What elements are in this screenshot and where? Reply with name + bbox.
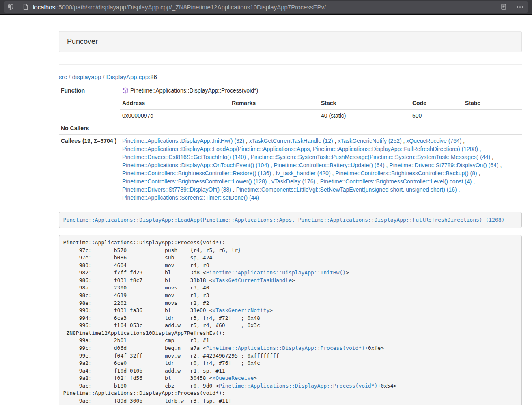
callee-link[interactable]: lv_task_handler (420) <box>276 170 331 177</box>
text-segment: :86 <box>149 73 157 80</box>
assembly-listing: Pinetime::Applications::DisplayApp::Proc… <box>59 235 522 405</box>
divider <box>511 4 511 10</box>
asm-line: 99e: f04f 32ff mov.w r2, #4294967295 ; 0… <box>63 352 518 360</box>
asm-symbol-link[interactable]: Pinetime::Applications::DisplayApp::Proc… <box>206 345 365 351</box>
text-segment: +0x54> <box>377 383 396 389</box>
function-label-cell: Function <box>59 84 120 97</box>
asm-line: 9a8: f02f fd56 bl 30458 <xQueueReceive> <box>63 375 518 382</box>
callee-link[interactable]: Pinetime::Drivers::Cst816S::GetTouchInfo… <box>122 154 246 160</box>
callee-separator: , <box>267 178 271 185</box>
function-table: Function Pinetime::Applications::Display… <box>59 84 522 204</box>
asm-line: 98e: 2202 movs r2, #2 <box>63 299 518 307</box>
callee-link[interactable]: Pinetime::Applications::DisplayApp::Init… <box>122 138 244 144</box>
text-segment: / <box>67 73 72 80</box>
asm-line: Pinetime::Applications::DisplayApp::Proc… <box>63 239 518 247</box>
callee-link[interactable]: Pinetime::Applications::DisplayApp::OnTo… <box>122 162 269 168</box>
callee-link[interactable]: Pinetime::Applications::DisplayApp::Load… <box>122 146 478 152</box>
text-segment: 986: f031 f8c7 bl 31b18 < <box>63 277 213 283</box>
callee-separator: , <box>331 170 336 177</box>
asm-line: 9ae: f89d 300b ldrb.w r3, [sp, #11] <box>63 397 518 405</box>
asm-line: 9a2: 6ce0 ldr r0, [r4, #76] ; 0x4c <box>63 360 518 367</box>
asm-line: 9ac: b180 cbz r0, 9d0 <Pinetime::Applica… <box>63 382 518 390</box>
callee-link[interactable]: Pinetime::Components::LittleVgl::SetNewT… <box>236 186 457 193</box>
code-value: 500 <box>410 110 463 122</box>
asm-symbol-link[interactable]: xTaskGenericNotify <box>212 307 269 313</box>
callee-link[interactable]: Pinetime::Controllers::BrightnessControl… <box>122 170 271 177</box>
remarks-value <box>230 110 319 122</box>
url-path: :5000/path/src/displayapp/DisplayApp.cpp… <box>57 4 326 11</box>
asm-line: 99c: d06d beq.n a7a <Pinetime::Applicati… <box>63 345 518 352</box>
stack-value: 40 (static) <box>319 110 410 122</box>
asm-symbol-link[interactable]: Pinetime::Applications::DisplayApp::Proc… <box>219 383 377 389</box>
callees-label: Callees (19, Σ=3704 ) <box>59 135 120 204</box>
text-segment: 98a: 2300 movs r3, #0 <box>63 284 209 291</box>
text-segment: > <box>254 375 257 381</box>
app-title-link[interactable]: Puncover <box>67 37 98 45</box>
asm-line: _ZN8Pinetime12Applications10DisplayApp7R… <box>63 330 518 337</box>
callee-link[interactable]: xTaskGenericNotify (252) <box>338 138 401 144</box>
page-icon[interactable] <box>22 4 29 10</box>
text-segment: 980: 4604 mov r4, r0 <box>63 262 209 268</box>
callee-link[interactable]: Pinetime::Controllers::BrightnessControl… <box>320 178 472 185</box>
callee-link[interactable]: xQueueReceive (764) <box>406 138 461 144</box>
callee-separator: , <box>461 138 465 144</box>
caller-snippet: Pinetime::Applications::DisplayApp::Load… <box>59 212 522 228</box>
asm-symbol-link[interactable]: xQueueReceive <box>212 375 254 381</box>
callee-link[interactable]: Pinetime::Controllers::BrightnessControl… <box>335 170 477 177</box>
function-row: Function Pinetime::Applications::Display… <box>59 84 522 97</box>
breadcrumb-link[interactable]: src <box>59 73 67 80</box>
text-segment: 97c: b570 push {r4, r5, r6, lr} <box>63 247 241 253</box>
reader-mode-icon[interactable] <box>500 4 507 10</box>
asm-symbol-link[interactable]: Pinetime::Applications::DisplayApp::Init… <box>206 269 346 276</box>
asm-line: 990: f031 fa36 bl 31e00 <xTaskGenericNot… <box>63 307 518 315</box>
asm-line: 97c: b570 push {r4, r5, r6, lr} <box>63 247 518 254</box>
asm-line: 98a: 2300 movs r3, #0 <box>63 284 518 292</box>
callee-link[interactable]: Pinetime::Controllers::Battery::Update()… <box>274 162 385 168</box>
text-segment: _ZN8Pinetime12Applications10DisplayApp7R… <box>63 330 225 336</box>
snippet-link[interactable]: Pinetime::Applications::DisplayApp::Load… <box>63 217 505 223</box>
url-text[interactable]: localhost:5000/path/src/displayapp/Displ… <box>33 4 500 11</box>
text-segment: Pinetime::Applications::DisplayApp::Proc… <box>63 390 225 396</box>
static-value <box>463 110 522 122</box>
callee-link[interactable]: vTaskDelay (176) <box>271 178 315 185</box>
callees-list: Pinetime::Applications::DisplayApp::Init… <box>120 135 522 204</box>
breadcrumb-link[interactable]: displayapp <box>72 73 101 80</box>
divider <box>59 64 522 65</box>
callee-link[interactable]: xTaskGetCurrentTaskHandle (12) <box>249 138 333 144</box>
callee-separator: , <box>472 178 475 185</box>
address-value: 0x0000097c <box>120 110 230 122</box>
callee-link[interactable]: Pinetime::Drivers::St7789::DisplayOff() … <box>122 186 231 193</box>
url-bar[interactable]: localhost:5000/path/src/displayapp/Displ… <box>4 1 528 13</box>
asm-line: 98c: 4619 mov r1, r3 <box>63 292 518 299</box>
callee-link[interactable]: Pinetime::System::SystemTask::PushMessag… <box>251 154 491 160</box>
text-segment: 9ac: b180 cbz r0, 9d0 < <box>63 383 219 389</box>
callee-link[interactable]: Pinetime::Controllers::BrightnessControl… <box>122 178 267 185</box>
shield-icon[interactable] <box>7 4 14 10</box>
callee-link[interactable]: Pinetime::Drivers::St7789::DisplayOn() (… <box>389 162 498 168</box>
text-segment: 9a8: f02f fd56 bl 30458 < <box>63 375 213 381</box>
breadcrumb-link[interactable]: DisplayApp.cpp <box>106 73 149 80</box>
callee-separator: , <box>490 154 493 160</box>
asm-line: 9a4: f10d 010b add.w r1, sp, #11 <box>63 367 518 375</box>
text-segment: 98e: 2202 movs r2, #2 <box>63 300 209 306</box>
asm-line: 996: f104 053c add.w r5, r4, #60 ; 0x3c <box>63 322 518 330</box>
stats-header-row: Address Remarks Stack Code Static <box>120 97 522 110</box>
more-menu-icon[interactable] <box>515 6 525 8</box>
text-segment: 99a: 2b01 cmp r3, #1 <box>63 337 209 343</box>
callee-separator: , <box>478 146 481 152</box>
callee-link[interactable]: Pinetime::Applications::Screens::Timer::… <box>122 194 259 201</box>
empty-label-cell <box>59 97 120 122</box>
col-code: Code <box>410 97 463 110</box>
callee-separator: , <box>315 178 320 185</box>
text-segment: 994: 6ca3 ldr r3, [r4, #72] ; 0x48 <box>63 315 260 321</box>
asm-symbol-link[interactable]: xTaskGetCurrentTaskHandle <box>212 277 292 283</box>
callee-separator: , <box>246 154 251 160</box>
text-segment: > <box>292 277 295 283</box>
asm-line: 99a: 2b01 cmp r3, #1 <box>63 337 518 345</box>
text-segment: 9a4: f10d 010b add.w r1, sp, #11 <box>63 368 225 374</box>
text-segment: > <box>346 269 349 276</box>
browser-toolbar: localhost:5000/path/src/displayapp/Displ… <box>0 0 532 15</box>
col-stack: Stack <box>319 97 410 110</box>
text-segment: 996: f104 053c add.w r5, r4, #60 ; 0x3c <box>63 322 260 328</box>
stats-row: Address Remarks Stack Code Static 0x0000… <box>59 97 522 122</box>
